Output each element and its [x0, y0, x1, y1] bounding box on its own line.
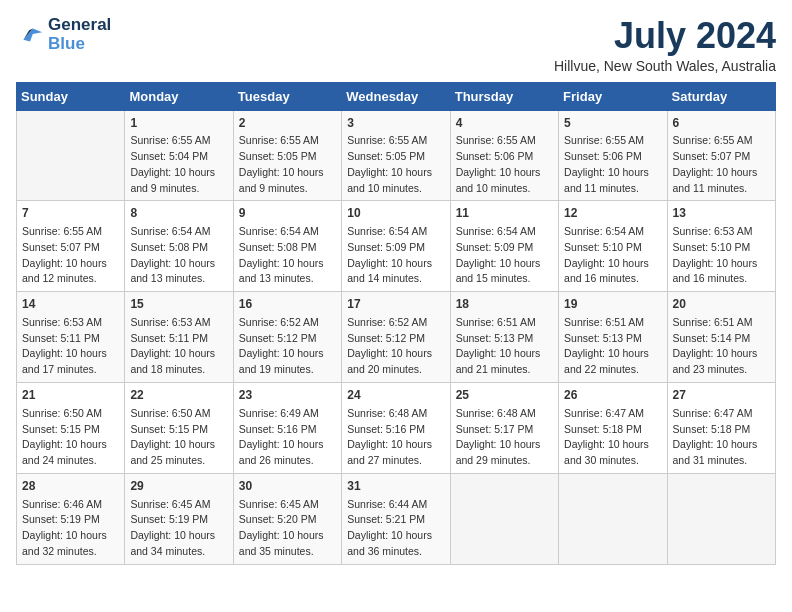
- week-row-4: 21Sunrise: 6:50 AMSunset: 5:15 PMDayligh…: [17, 382, 776, 473]
- calendar-cell: [667, 473, 775, 564]
- logo-icon: [16, 21, 44, 49]
- day-content: 27Sunrise: 6:47 AMSunset: 5:18 PMDayligh…: [673, 387, 770, 469]
- day-info: Sunrise: 6:52 AMSunset: 5:12 PMDaylight:…: [239, 315, 336, 378]
- day-number: 8: [130, 205, 227, 222]
- calendar-cell: 5Sunrise: 6:55 AMSunset: 5:06 PMDaylight…: [559, 110, 667, 201]
- day-info: Sunrise: 6:44 AMSunset: 5:21 PMDaylight:…: [347, 497, 444, 560]
- day-info: Sunrise: 6:45 AMSunset: 5:20 PMDaylight:…: [239, 497, 336, 560]
- day-content: 21Sunrise: 6:50 AMSunset: 5:15 PMDayligh…: [22, 387, 119, 469]
- weekday-header-wednesday: Wednesday: [342, 82, 450, 110]
- day-info: Sunrise: 6:45 AMSunset: 5:19 PMDaylight:…: [130, 497, 227, 560]
- day-info: Sunrise: 6:51 AMSunset: 5:13 PMDaylight:…: [564, 315, 661, 378]
- day-info: Sunrise: 6:47 AMSunset: 5:18 PMDaylight:…: [673, 406, 770, 469]
- day-content: 28Sunrise: 6:46 AMSunset: 5:19 PMDayligh…: [22, 478, 119, 560]
- day-info: Sunrise: 6:47 AMSunset: 5:18 PMDaylight:…: [564, 406, 661, 469]
- day-content: 26Sunrise: 6:47 AMSunset: 5:18 PMDayligh…: [564, 387, 661, 469]
- calendar-cell: 4Sunrise: 6:55 AMSunset: 5:06 PMDaylight…: [450, 110, 558, 201]
- day-content: 3Sunrise: 6:55 AMSunset: 5:05 PMDaylight…: [347, 115, 444, 197]
- day-info: Sunrise: 6:55 AMSunset: 5:06 PMDaylight:…: [564, 133, 661, 196]
- week-row-1: 1Sunrise: 6:55 AMSunset: 5:04 PMDaylight…: [17, 110, 776, 201]
- day-number: 18: [456, 296, 553, 313]
- day-info: Sunrise: 6:55 AMSunset: 5:07 PMDaylight:…: [22, 224, 119, 287]
- day-info: Sunrise: 6:48 AMSunset: 5:16 PMDaylight:…: [347, 406, 444, 469]
- day-info: Sunrise: 6:51 AMSunset: 5:13 PMDaylight:…: [456, 315, 553, 378]
- day-number: 10: [347, 205, 444, 222]
- day-number: 30: [239, 478, 336, 495]
- day-number: 6: [673, 115, 770, 132]
- calendar-cell: 17Sunrise: 6:52 AMSunset: 5:12 PMDayligh…: [342, 292, 450, 383]
- day-content: 23Sunrise: 6:49 AMSunset: 5:16 PMDayligh…: [239, 387, 336, 469]
- day-number: 9: [239, 205, 336, 222]
- day-content: 19Sunrise: 6:51 AMSunset: 5:13 PMDayligh…: [564, 296, 661, 378]
- day-info: Sunrise: 6:54 AMSunset: 5:08 PMDaylight:…: [130, 224, 227, 287]
- day-info: Sunrise: 6:54 AMSunset: 5:08 PMDaylight:…: [239, 224, 336, 287]
- day-number: 22: [130, 387, 227, 404]
- week-row-2: 7Sunrise: 6:55 AMSunset: 5:07 PMDaylight…: [17, 201, 776, 292]
- calendar-cell: 20Sunrise: 6:51 AMSunset: 5:14 PMDayligh…: [667, 292, 775, 383]
- calendar-cell: 6Sunrise: 6:55 AMSunset: 5:07 PMDaylight…: [667, 110, 775, 201]
- week-row-3: 14Sunrise: 6:53 AMSunset: 5:11 PMDayligh…: [17, 292, 776, 383]
- calendar-cell: [17, 110, 125, 201]
- day-info: Sunrise: 6:55 AMSunset: 5:05 PMDaylight:…: [239, 133, 336, 196]
- day-info: Sunrise: 6:51 AMSunset: 5:14 PMDaylight:…: [673, 315, 770, 378]
- day-content: 5Sunrise: 6:55 AMSunset: 5:06 PMDaylight…: [564, 115, 661, 197]
- calendar-cell: 19Sunrise: 6:51 AMSunset: 5:13 PMDayligh…: [559, 292, 667, 383]
- day-number: 17: [347, 296, 444, 313]
- day-number: 12: [564, 205, 661, 222]
- calendar-cell: 3Sunrise: 6:55 AMSunset: 5:05 PMDaylight…: [342, 110, 450, 201]
- day-content: 29Sunrise: 6:45 AMSunset: 5:19 PMDayligh…: [130, 478, 227, 560]
- day-info: Sunrise: 6:54 AMSunset: 5:09 PMDaylight:…: [347, 224, 444, 287]
- day-content: 1Sunrise: 6:55 AMSunset: 5:04 PMDaylight…: [130, 115, 227, 197]
- logo-text: General Blue: [48, 16, 111, 53]
- day-content: 7Sunrise: 6:55 AMSunset: 5:07 PMDaylight…: [22, 205, 119, 287]
- day-info: Sunrise: 6:49 AMSunset: 5:16 PMDaylight:…: [239, 406, 336, 469]
- day-content: 11Sunrise: 6:54 AMSunset: 5:09 PMDayligh…: [456, 205, 553, 287]
- calendar-cell: 24Sunrise: 6:48 AMSunset: 5:16 PMDayligh…: [342, 382, 450, 473]
- day-content: 6Sunrise: 6:55 AMSunset: 5:07 PMDaylight…: [673, 115, 770, 197]
- page-subtitle: Hillvue, New South Wales, Australia: [554, 58, 776, 74]
- calendar-cell: 21Sunrise: 6:50 AMSunset: 5:15 PMDayligh…: [17, 382, 125, 473]
- day-info: Sunrise: 6:48 AMSunset: 5:17 PMDaylight:…: [456, 406, 553, 469]
- day-number: 4: [456, 115, 553, 132]
- calendar-cell: 13Sunrise: 6:53 AMSunset: 5:10 PMDayligh…: [667, 201, 775, 292]
- weekday-header-sunday: Sunday: [17, 82, 125, 110]
- calendar-cell: 11Sunrise: 6:54 AMSunset: 5:09 PMDayligh…: [450, 201, 558, 292]
- day-number: 25: [456, 387, 553, 404]
- calendar-cell: [559, 473, 667, 564]
- weekday-header-thursday: Thursday: [450, 82, 558, 110]
- day-content: 17Sunrise: 6:52 AMSunset: 5:12 PMDayligh…: [347, 296, 444, 378]
- day-content: 8Sunrise: 6:54 AMSunset: 5:08 PMDaylight…: [130, 205, 227, 287]
- day-number: 15: [130, 296, 227, 313]
- calendar-cell: 14Sunrise: 6:53 AMSunset: 5:11 PMDayligh…: [17, 292, 125, 383]
- day-content: 13Sunrise: 6:53 AMSunset: 5:10 PMDayligh…: [673, 205, 770, 287]
- day-content: 12Sunrise: 6:54 AMSunset: 5:10 PMDayligh…: [564, 205, 661, 287]
- day-info: Sunrise: 6:53 AMSunset: 5:10 PMDaylight:…: [673, 224, 770, 287]
- day-content: 10Sunrise: 6:54 AMSunset: 5:09 PMDayligh…: [347, 205, 444, 287]
- day-number: 27: [673, 387, 770, 404]
- weekday-header-friday: Friday: [559, 82, 667, 110]
- calendar-cell: 30Sunrise: 6:45 AMSunset: 5:20 PMDayligh…: [233, 473, 341, 564]
- calendar-cell: 1Sunrise: 6:55 AMSunset: 5:04 PMDaylight…: [125, 110, 233, 201]
- day-number: 26: [564, 387, 661, 404]
- day-content: 4Sunrise: 6:55 AMSunset: 5:06 PMDaylight…: [456, 115, 553, 197]
- calendar-cell: 27Sunrise: 6:47 AMSunset: 5:18 PMDayligh…: [667, 382, 775, 473]
- calendar-cell: 12Sunrise: 6:54 AMSunset: 5:10 PMDayligh…: [559, 201, 667, 292]
- title-block: July 2024 Hillvue, New South Wales, Aust…: [554, 16, 776, 74]
- calendar-cell: [450, 473, 558, 564]
- day-info: Sunrise: 6:50 AMSunset: 5:15 PMDaylight:…: [130, 406, 227, 469]
- day-info: Sunrise: 6:55 AMSunset: 5:07 PMDaylight:…: [673, 133, 770, 196]
- day-info: Sunrise: 6:53 AMSunset: 5:11 PMDaylight:…: [130, 315, 227, 378]
- day-content: 14Sunrise: 6:53 AMSunset: 5:11 PMDayligh…: [22, 296, 119, 378]
- day-number: 13: [673, 205, 770, 222]
- day-number: 21: [22, 387, 119, 404]
- day-number: 5: [564, 115, 661, 132]
- day-number: 16: [239, 296, 336, 313]
- day-number: 29: [130, 478, 227, 495]
- day-content: 9Sunrise: 6:54 AMSunset: 5:08 PMDaylight…: [239, 205, 336, 287]
- day-number: 24: [347, 387, 444, 404]
- day-number: 7: [22, 205, 119, 222]
- day-number: 3: [347, 115, 444, 132]
- day-number: 23: [239, 387, 336, 404]
- calendar-cell: 25Sunrise: 6:48 AMSunset: 5:17 PMDayligh…: [450, 382, 558, 473]
- day-content: 16Sunrise: 6:52 AMSunset: 5:12 PMDayligh…: [239, 296, 336, 378]
